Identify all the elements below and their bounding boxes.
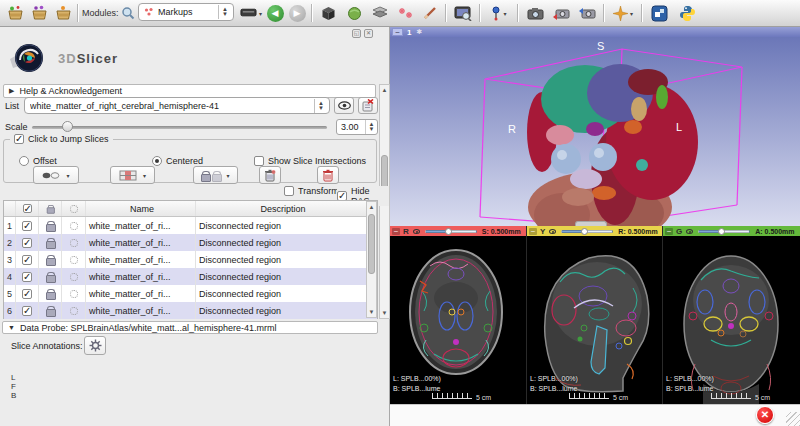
show-intersections-checkbox[interactable]	[254, 156, 264, 166]
view3d-controller-bar[interactable]: – 1 ✱	[390, 27, 800, 37]
point-name-cell[interactable]: white_matter_of_ri...	[86, 217, 196, 234]
row-selected-checkbox[interactable]	[22, 255, 32, 265]
markup-points-table[interactable]: Name Description 1 white_matter_of_ri...…	[3, 200, 378, 319]
help-acknowledgement-section[interactable]: ▶ Help & Acknowledgement	[3, 84, 376, 98]
row-selected-checkbox[interactable]	[22, 221, 32, 231]
jump-slices-title[interactable]: Click to Jump Slices	[10, 134, 113, 144]
pin-icon[interactable]: ✱	[416, 28, 422, 36]
scrollbar-handle[interactable]	[368, 214, 375, 274]
coronal-slice-viewport[interactable]: L: SPLB...00%) B: SPLB...lume 5 cm	[663, 236, 800, 404]
slider-handle[interactable]	[445, 228, 452, 235]
data-probe-section[interactable]: ▼ Data Probe: SPLBrainAtlas/white_matt..…	[2, 321, 378, 334]
sceneview-restore-button[interactable]	[576, 3, 598, 23]
scroll-up-icon[interactable]: ▲	[380, 85, 389, 95]
scale-spinbox[interactable]: 3.00 ▲▼	[336, 119, 378, 135]
module-shortcut-volumes-button[interactable]	[344, 3, 364, 23]
view3d-viewport[interactable]: S R L	[390, 37, 800, 226]
transformed-checkbox[interactable]	[284, 186, 294, 196]
visibility-toggle-icon[interactable]	[70, 256, 78, 264]
visibility-toggle-icon[interactable]	[70, 222, 78, 230]
point-description-cell[interactable]: Disconnected region	[196, 302, 367, 319]
collapse-view-controller-button[interactable]: –	[392, 28, 403, 36]
module-shortcut-annotations-button[interactable]	[420, 3, 440, 23]
list-visibility-button[interactable]	[334, 97, 354, 114]
point-name-cell[interactable]: white_matter_of_ri...	[86, 234, 196, 251]
module-shortcut-markups-button[interactable]	[396, 3, 416, 23]
undock-panel-icon[interactable]: ◱	[352, 29, 361, 38]
select-all-checkbox[interactable]	[23, 204, 32, 213]
table-scrollbar[interactable]: ▲ ▼	[366, 201, 377, 318]
crosshair-button[interactable]: ▾	[610, 3, 636, 23]
slice-view-yellow[interactable]: – Y R: 0.500mm	[527, 226, 663, 404]
delete-selected-button[interactable]	[259, 166, 281, 184]
axial-slice-viewport[interactable]: L: SPLB...00%) B: SPLB...lume 5 cm	[390, 236, 526, 404]
sagittal-slice-viewport[interactable]: L: SPLB...00%) B: SPLB...lume 5 cm	[527, 236, 662, 404]
load-data-button[interactable]	[30, 3, 48, 23]
row-selected-checkbox[interactable]	[22, 272, 32, 282]
lock-icon[interactable]	[46, 306, 54, 315]
scroll-up-icon[interactable]: ▲	[367, 202, 376, 212]
module-history-menu-button[interactable]: ▾	[240, 3, 262, 23]
point-name-cell[interactable]: white_matter_of_ri...	[86, 302, 196, 319]
slice-offset-slider[interactable]	[425, 230, 477, 233]
offset-radio[interactable]	[19, 156, 29, 166]
point-description-cell[interactable]: Disconnected region	[196, 234, 367, 251]
point-description-cell[interactable]: Disconnected region	[196, 217, 367, 234]
point-description-cell[interactable]: Disconnected region	[196, 251, 367, 268]
layout-selector-button[interactable]	[452, 3, 474, 23]
python-console-button[interactable]	[676, 3, 698, 23]
visibility-toggle-icon[interactable]	[70, 239, 78, 247]
selected-menu-button[interactable]: ▾	[110, 166, 155, 184]
module-search-button[interactable]	[120, 3, 136, 23]
scroll-down-icon[interactable]: ▼	[380, 308, 389, 318]
extensions-manager-button[interactable]	[648, 3, 670, 23]
selected-column-header[interactable]	[16, 201, 39, 216]
collapse-slice-bar-button[interactable]: –	[529, 228, 537, 235]
markup-list-combobox[interactable]: white_matter_of_right_cerebral_hemispher…	[24, 97, 330, 114]
point-name-cell[interactable]: white_matter_of_ri...	[86, 268, 196, 285]
table-row[interactable]: 2 white_matter_of_ri... Disconnected reg…	[4, 234, 377, 251]
name-column-header[interactable]: Name	[86, 201, 196, 216]
slice-offset-slider[interactable]	[561, 230, 613, 233]
visibility-toggle-icon[interactable]	[70, 273, 78, 281]
collapse-slice-bar-button[interactable]: –	[665, 228, 673, 235]
scale-slider-handle[interactable]	[62, 121, 73, 132]
table-row[interactable]: 1 white_matter_of_ri... Disconnected reg…	[4, 217, 377, 234]
visibility-toggle-icon[interactable]	[70, 290, 78, 298]
slider-handle[interactable]	[581, 228, 588, 235]
lock-menu-button[interactable]: ▾	[193, 166, 238, 184]
collapse-slice-bar-button[interactable]: –	[392, 228, 400, 235]
lock-icon[interactable]	[46, 221, 54, 230]
module-selector-combobox[interactable]: Markups ▲▼	[138, 3, 234, 21]
show-intersections-row[interactable]: Show Slice Intersections	[254, 156, 366, 166]
screenshot-button[interactable]	[524, 3, 546, 23]
slice-offset-slider[interactable]	[698, 230, 750, 233]
close-notification-button[interactable]: ✕	[756, 406, 774, 424]
centered-radio[interactable]	[152, 156, 162, 166]
module-shortcut-data-button[interactable]	[318, 3, 338, 23]
centered-radio-row[interactable]: Centered	[152, 156, 203, 166]
lock-icon[interactable]	[46, 289, 54, 298]
place-markup-button[interactable]: ▾	[486, 3, 512, 23]
row-selected-checkbox[interactable]	[22, 306, 32, 316]
lock-icon[interactable]	[46, 272, 54, 281]
point-name-cell[interactable]: white_matter_of_ri...	[86, 251, 196, 268]
slider-handle[interactable]	[718, 228, 725, 235]
sceneview-capture-button[interactable]	[550, 3, 572, 23]
history-forward-button[interactable]: ▶	[288, 3, 306, 23]
module-shortcut-models-button[interactable]	[370, 3, 390, 23]
slice-annotations-settings-button[interactable]	[84, 336, 106, 355]
point-description-cell[interactable]: Disconnected region	[196, 268, 367, 285]
table-row[interactable]: 3 white_matter_of_ri... Disconnected reg…	[4, 251, 377, 268]
history-back-button[interactable]: ◀	[266, 3, 284, 23]
description-column-header[interactable]: Description	[196, 201, 367, 216]
jump-slices-checkbox[interactable]	[14, 134, 24, 144]
load-dicom-button[interactable]	[6, 3, 24, 23]
slice-view-red[interactable]: – R S: 0.500mm	[390, 226, 527, 404]
visibility-column-header[interactable]	[62, 201, 86, 216]
scroll-down-icon[interactable]: ▼	[367, 307, 376, 317]
row-selected-checkbox[interactable]	[22, 238, 32, 248]
slice-visibility-eye-icon[interactable]	[549, 229, 556, 234]
table-row[interactable]: 6 white_matter_of_ri... Disconnected reg…	[4, 302, 377, 319]
close-panel-icon[interactable]: ✕	[364, 29, 373, 38]
